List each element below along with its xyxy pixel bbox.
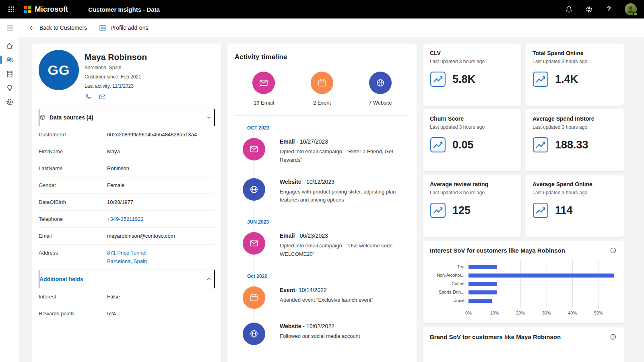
summary-email[interactable]: 19 Email	[235, 72, 293, 106]
call-button[interactable]	[85, 93, 91, 101]
timeline-period: Oct 2022	[244, 273, 270, 280]
mail-icon	[99, 93, 106, 101]
help-icon: ?	[607, 6, 611, 13]
back-to-customers-button[interactable]: Back to Customers	[29, 25, 87, 31]
kpi-updated: Last updated 3 hours ago	[533, 190, 617, 195]
gear-icon	[6, 98, 14, 106]
trend-chart-icon	[533, 137, 549, 153]
additional-fields-header[interactable]: Additional fields	[39, 270, 215, 288]
info-button[interactable]	[610, 333, 617, 340]
info-icon	[610, 247, 617, 254]
hamburger-icon	[6, 25, 13, 31]
kpi-card-churn-score: Churn Score Last updated 3 hours ago 0.0…	[423, 109, 521, 171]
field-row-email: Email mayarobinson@contoso.com	[39, 228, 215, 245]
timeline-item-email: Email - 06/23/2023 Opted into email camp…	[235, 232, 409, 259]
info-icon	[610, 333, 617, 340]
field-row-customerid: CustomerId 002d2b899ffc96145455484828a51…	[39, 126, 215, 143]
command-bar: Back to Customers Profile add-ons	[19, 19, 644, 37]
kpi-title: Average review rating	[430, 181, 514, 187]
field-value: 524	[107, 311, 116, 317]
globe-icon	[243, 323, 265, 345]
email-button[interactable]	[99, 93, 106, 101]
timeline-item-text: Event- 10/14/2022 Attended event “Exclus…	[280, 286, 405, 309]
customer-since: Customer since: Feb 2021	[85, 74, 147, 80]
field-value: 10/28/1977	[107, 199, 133, 205]
additional-fields-label: Additional fields	[39, 276, 83, 282]
trend-chart-icon	[533, 202, 549, 218]
notifications-button[interactable]	[564, 5, 573, 14]
field-row-interest: Interest False	[39, 288, 215, 305]
timeline-item-heading: Event- 10/14/2022	[280, 287, 405, 293]
data-sources-header[interactable]: Data sources (4)	[39, 109, 215, 126]
bar-sports-drinks	[469, 290, 497, 294]
microsoft-logo[interactable]: Microsoft	[24, 5, 68, 14]
kpi-title: CLV	[430, 50, 514, 56]
trend-chart-icon	[430, 137, 446, 153]
interest-sov-chart: Tea Non-Alcohol... Coffee Sports Drin...…	[430, 263, 617, 317]
phone-icon	[85, 93, 91, 100]
sidebar-item-settings[interactable]	[0, 95, 19, 109]
field-value: False	[107, 294, 120, 300]
field-label: Rewards points	[39, 311, 107, 317]
help-button[interactable]: ?	[605, 5, 613, 14]
sidebar-item-customers[interactable]	[0, 53, 19, 67]
calendar-icon	[243, 286, 265, 309]
chevron-down-icon	[206, 115, 212, 120]
nav-expand-button[interactable]	[0, 19, 19, 37]
topbar-actions: ?	[564, 3, 637, 15]
calendar-icon	[311, 72, 333, 94]
kpi-card-average-review-rating: Average review rating Last updated 3 hou…	[423, 175, 521, 237]
timeline-item-heading: Email - 10/27/2023	[280, 138, 405, 145]
brand-sov-card: Brand SoV for customers like Maya Robins…	[423, 327, 624, 362]
sidebar-item-insights[interactable]	[0, 81, 19, 95]
bar-non-alcohol	[469, 274, 614, 278]
contact-actions	[85, 93, 147, 101]
profile-header: GG Maya Robinson Barcelona, Spain Custom…	[39, 50, 215, 101]
field-label: LastName	[39, 165, 107, 171]
customer-name: Maya Robinson	[85, 52, 147, 62]
x-tick: 0%	[465, 311, 472, 315]
field-row-firstname: FirstName Maya	[39, 143, 215, 160]
timeline-period: OCT 2023	[244, 124, 272, 132]
back-arrow-icon	[29, 25, 36, 31]
database-icon	[6, 70, 14, 78]
kpi-card-clv: CLV Last updated 3 hours ago 5.8K	[423, 43, 521, 106]
customer-profile-card: GG Maya Robinson Barcelona, Spain Custom…	[32, 43, 221, 362]
kpi-value: 125	[452, 204, 471, 217]
left-nav-rail	[0, 19, 19, 362]
info-button[interactable]	[610, 247, 617, 254]
timeline-item-description: Engages with product pricing slider, adj…	[280, 188, 405, 205]
back-label: Back to Customers	[39, 25, 87, 31]
trend-chart-icon	[533, 71, 549, 87]
interest-sov-title: Interest SoV for customers like Maya Rob…	[430, 247, 565, 254]
gear-icon	[585, 6, 593, 13]
app-launcher-icon[interactable]	[2, 0, 20, 19]
email-icon	[252, 72, 275, 94]
bar-category-label: Coffee	[430, 280, 464, 288]
address-link-line2[interactable]: Barcelona, Spain	[107, 258, 148, 264]
field-label: Telephone	[39, 216, 107, 222]
field-label: Interest	[39, 294, 107, 300]
account-avatar[interactable]	[625, 3, 637, 15]
kpi-updated: Last updated 3 hours ago	[430, 190, 514, 195]
kpi-grid: CLV Last updated 3 hours ago 5.8K Total …	[423, 43, 624, 237]
email-icon	[243, 232, 265, 255]
timeline-item-heading: Website - 10/02/2022	[280, 323, 405, 329]
address-link-line1[interactable]: 871 Price Tunnel,	[107, 250, 148, 256]
timeline-divider	[235, 115, 409, 116]
summary-website[interactable]: 7 Website	[351, 72, 409, 106]
profile-addons-button[interactable]: Profile add-ons	[99, 24, 148, 32]
summary-event[interactable]: 2 Event	[293, 72, 351, 106]
trend-chart-icon	[430, 202, 446, 218]
profile-info: Maya Robinson Barcelona, Spain Customer …	[85, 50, 147, 101]
timeline-item-description: Followed our social media account	[280, 332, 405, 341]
interest-sov-card: Interest SoV for customers like Maya Rob…	[423, 241, 624, 323]
waffle-icon	[8, 6, 14, 12]
timeline-item-heading: Website - 10/12/2023	[280, 179, 405, 185]
sidebar-item-home[interactable]	[0, 39, 19, 53]
settings-button[interactable]	[584, 5, 593, 14]
sidebar-item-data[interactable]	[0, 67, 19, 81]
telephone-link[interactable]: +349-35211922	[107, 216, 144, 222]
kpi-updated: Last updated 3 hours ago	[533, 59, 617, 64]
customer-last-activity: Last activity: 11/1/2023	[85, 83, 147, 89]
